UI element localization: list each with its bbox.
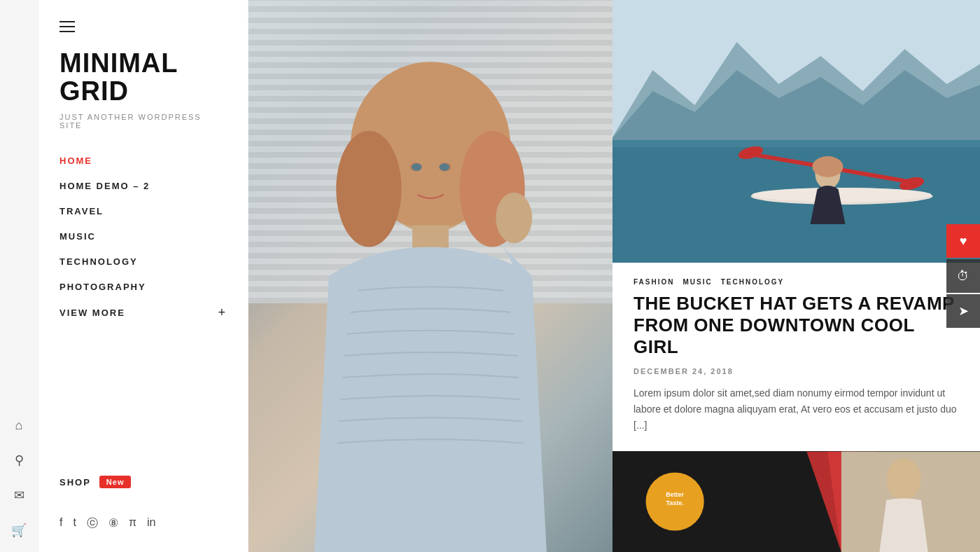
- clock-icon: ⏱: [957, 269, 969, 284]
- nav-item-travel[interactable]: TRAVEL: [59, 205, 227, 217]
- category-fashion[interactable]: FASHION: [634, 278, 674, 286]
- sidebar: MINIMALGRID JUST ANOTHER WORDPRESS SITE …: [38, 0, 248, 552]
- post-2-image[interactable]: Better Taste.: [612, 451, 980, 552]
- pinterest-icon[interactable]: π: [129, 516, 136, 531]
- svg-point-5: [496, 193, 532, 244]
- category-music[interactable]: MUSIC: [682, 278, 712, 286]
- shop-row: SHOP New: [59, 476, 227, 488]
- svg-point-8: [412, 163, 422, 170]
- post-1-categories: FASHION MUSIC TECHNOLOGY: [612, 263, 980, 293]
- home-icon[interactable]: ⌂: [15, 418, 23, 433]
- category-technology[interactable]: TECHNOLOGY: [721, 278, 785, 286]
- instagram-icon[interactable]: ⓒ: [87, 516, 98, 531]
- svg-text:Better: Better: [666, 491, 684, 498]
- svg-point-17: [752, 188, 932, 202]
- google-icon[interactable]: ⑧: [108, 516, 118, 531]
- facebook-icon[interactable]: f: [59, 516, 62, 531]
- svg-point-30: [886, 458, 921, 499]
- post-card-1: FASHION MUSIC TECHNOLOGY THE BUCKET HAT …: [612, 0, 980, 451]
- fab-send-button[interactable]: ➤: [946, 294, 980, 328]
- nav-item-home[interactable]: HOME: [59, 154, 227, 167]
- fab-buttons: ♥ ⏱ ➤: [946, 224, 980, 328]
- site-tagline: JUST ANOTHER WORDPRESS SITE: [59, 113, 227, 130]
- hamburger-menu[interactable]: [59, 21, 227, 36]
- featured-post[interactable]: [248, 0, 612, 552]
- main-nav: HOME HOME DEMO – 2 TRAVEL MUSIC TECHNOLO…: [59, 154, 227, 333]
- nav-item-technology[interactable]: TECHNOLOGY: [59, 255, 227, 268]
- send-icon: ➤: [958, 303, 969, 319]
- new-badge: New: [99, 476, 132, 488]
- featured-image: [248, 0, 612, 552]
- svg-point-22: [813, 156, 844, 177]
- post-1-date: DECEMBER 24, 2018: [612, 367, 980, 385]
- search-icon[interactable]: ⚲: [15, 453, 24, 468]
- main-content: FASHION MUSIC TECHNOLOGY THE BUCKET HAT …: [248, 0, 980, 552]
- svg-text:Taste.: Taste.: [666, 499, 684, 506]
- fab-heart-button[interactable]: ♥: [946, 224, 980, 258]
- twitter-icon[interactable]: t: [73, 516, 76, 531]
- post2-illustration: Better Taste.: [612, 451, 980, 552]
- svg-point-9: [439, 163, 449, 170]
- nav-item-home-demo[interactable]: HOME DEMO – 2: [59, 179, 227, 192]
- shop-label[interactable]: SHOP: [59, 477, 91, 488]
- kayak-image: [612, 0, 980, 263]
- post-card-2: Better Taste.: [612, 451, 980, 552]
- right-column: FASHION MUSIC TECHNOLOGY THE BUCKET HAT …: [612, 0, 980, 552]
- cart-icon[interactable]: 🛒: [11, 523, 27, 538]
- site-title: MINIMALGRID: [59, 50, 227, 106]
- plus-icon: +: [218, 305, 227, 320]
- nav-item-view-more[interactable]: VIEW MORE +: [59, 305, 227, 320]
- icon-bar: ⌂ ⚲ ✉ 🛒: [0, 0, 38, 552]
- woman-illustration: [248, 0, 612, 552]
- svg-rect-15: [612, 140, 980, 147]
- linkedin-icon[interactable]: in: [147, 516, 155, 531]
- nav-item-photography[interactable]: PHOTOGRAPHY: [59, 280, 227, 293]
- svg-point-2: [336, 131, 401, 247]
- nav-item-music[interactable]: MUSIC: [59, 230, 227, 242]
- post-1-title[interactable]: THE BUCKET HAT GETS A REVAMP FROM ONE DO…: [612, 293, 980, 367]
- mail-icon[interactable]: ✉: [14, 488, 24, 503]
- fab-clock-button[interactable]: ⏱: [946, 259, 980, 293]
- social-icons: f t ⓒ ⑧ π in: [59, 516, 227, 531]
- post-1-excerpt: Lorem ipsum dolor sit amet,sed diam nonu…: [612, 385, 980, 451]
- heart-icon: ♥: [960, 234, 967, 249]
- better-taste-bg: Better Taste.: [612, 451, 980, 552]
- post-1-image[interactable]: [612, 0, 980, 263]
